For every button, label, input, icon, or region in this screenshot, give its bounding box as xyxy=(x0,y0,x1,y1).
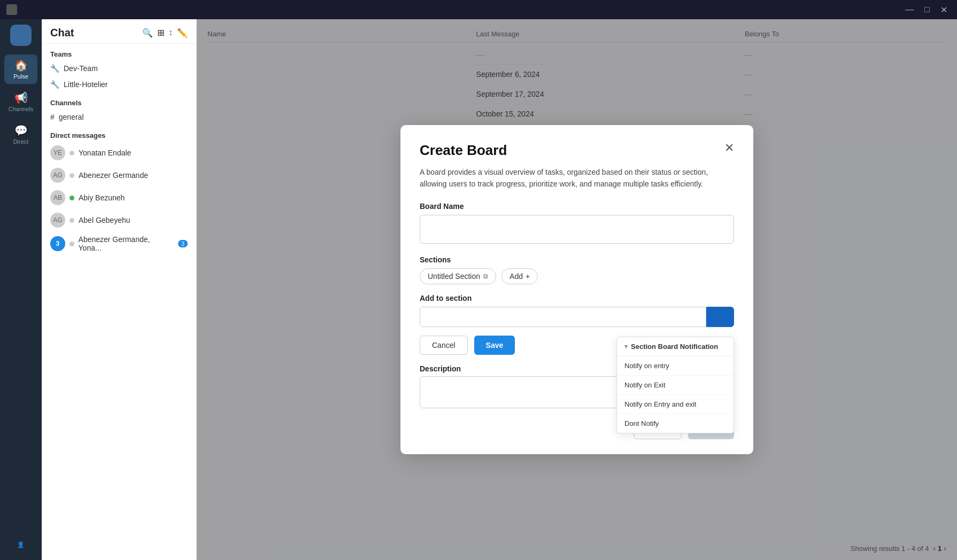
sidebar-user-avatar[interactable]: 👤 xyxy=(4,537,37,553)
title-bar-controls: — □ ✕ xyxy=(902,4,951,16)
status-dot-yonatan xyxy=(70,151,74,155)
notification-dropdown: ▾ Section Board Notification Notify on e… xyxy=(616,337,734,433)
dropdown-item-notify-entry[interactable]: Notify on entry xyxy=(617,356,734,376)
search-icon[interactable]: 🔍 xyxy=(142,28,153,38)
dm-name-abenezer: Abenezer Germande xyxy=(79,171,148,180)
avatar-yonatan: YE xyxy=(50,145,65,160)
dm-badge-group: 3 xyxy=(178,240,188,247)
maximize-button[interactable]: □ xyxy=(921,4,933,16)
sections-label: Sections xyxy=(420,255,734,264)
teams-heading: Teams xyxy=(42,44,196,60)
modal-title: Create Board xyxy=(420,142,507,159)
avatar-abiy: AB xyxy=(50,190,65,205)
app-logo xyxy=(6,4,17,15)
cancel-inline-button[interactable]: Cancel xyxy=(420,336,468,355)
dropdown-arrow-icon: ▾ xyxy=(624,343,628,350)
channel-header-icons: 🔍 ⊞ ↕ ✏️ xyxy=(142,28,188,38)
pulse-icon: 🏠 xyxy=(14,59,28,72)
title-bar: — □ ✕ xyxy=(0,0,957,19)
sidebar-bottom: 👤 xyxy=(4,537,37,560)
title-bar-left xyxy=(6,4,17,15)
dropdown-item-notify-both[interactable]: Notify on Entry and exit xyxy=(617,395,734,414)
sidebar: 🏠 Pulse 📢 Channels 💬 Direct 👤 xyxy=(0,19,42,560)
channel-panel-title: Chat xyxy=(50,27,74,39)
dm-item-yonatan[interactable]: YE Yonatan Endale xyxy=(42,142,196,164)
sections-row: Untitled Section ⧉ Add + xyxy=(420,268,734,284)
team-icon: 🔧 xyxy=(50,64,59,73)
color-picker-swatch[interactable] xyxy=(706,307,734,327)
status-dot-abel xyxy=(70,218,74,223)
modal-header: Create Board ✕ xyxy=(420,142,734,159)
status-dot-abiy xyxy=(70,196,74,200)
dm-item-abenezer[interactable]: AG Abenezer Germande xyxy=(42,164,196,186)
dropdown-header[interactable]: ▾ Section Board Notification xyxy=(617,337,734,356)
avatar-group: 3 xyxy=(50,236,65,251)
section-tag-copy-icon[interactable]: ⧉ xyxy=(483,273,488,280)
channel-item-dev-team[interactable]: 🔧 Dev-Team xyxy=(42,60,196,76)
channel-panel: Chat 🔍 ⊞ ↕ ✏️ Teams 🔧 Dev-Team 🔧 Little-… xyxy=(42,19,197,560)
channels-heading: Channels xyxy=(42,92,196,109)
add-to-section-input[interactable] xyxy=(420,307,706,327)
save-button[interactable]: Save xyxy=(474,336,515,355)
channel-item-general[interactable]: # general xyxy=(42,109,196,125)
status-dot-abenezer xyxy=(70,173,74,178)
add-to-section-input-row xyxy=(420,307,734,327)
avatar-abel: AG xyxy=(50,213,65,228)
dropdown-item-dont-notify[interactable]: Dont Notify xyxy=(617,414,734,433)
minimize-button[interactable]: — xyxy=(902,4,917,16)
section-tag-label: Untitled Section xyxy=(428,272,480,281)
sidebar-item-label-direct: Direct xyxy=(13,138,29,145)
channel-name-general: general xyxy=(59,113,84,121)
dm-heading: Direct messages xyxy=(42,125,196,142)
avatar-abenezer: AG xyxy=(50,168,65,183)
dm-name-group: Abenezer Germande, Yona... xyxy=(79,235,174,252)
add-section-button[interactable]: Add + xyxy=(501,268,538,284)
channel-header: Chat 🔍 ⊞ ↕ ✏️ xyxy=(42,19,196,44)
direct-icon: 💬 xyxy=(14,124,28,137)
sidebar-item-label-pulse: Pulse xyxy=(13,73,28,80)
sidebar-item-channels[interactable]: 📢 Channels xyxy=(4,87,37,116)
main-content: Name Last Message Belongs To — — Septemb… xyxy=(197,19,957,560)
user-icon: 👤 xyxy=(17,541,25,548)
app-layout: 🏠 Pulse 📢 Channels 💬 Direct 👤 Chat 🔍 ⊞ ↕… xyxy=(0,19,957,560)
dm-name-yonatan: Yonatan Endale xyxy=(79,149,131,157)
add-to-section-area: ▾ Section Board Notification Notify on e… xyxy=(420,307,734,327)
create-board-modal: Create Board ✕ A board provides a visual… xyxy=(400,125,753,454)
hash-icon: # xyxy=(50,113,55,121)
add-section-label: Add xyxy=(510,272,523,281)
dm-item-abiy[interactable]: AB Abiy Bezuneh xyxy=(42,186,196,209)
sidebar-item-label-channels: Channels xyxy=(9,106,33,112)
channel-item-little-hotelier[interactable]: 🔧 Little-Hotelier xyxy=(42,76,196,92)
team-icon-2: 🔧 xyxy=(50,80,59,89)
dropdown-header-label: Section Board Notification xyxy=(631,343,718,351)
sidebar-item-pulse[interactable]: 🏠 Pulse xyxy=(4,55,37,84)
team-name-2: Little-Hotelier xyxy=(64,80,107,89)
add-to-section-label: Add to section xyxy=(420,294,734,302)
grid-icon[interactable]: ⊞ xyxy=(157,28,164,38)
board-name-label: Board Name xyxy=(420,202,734,211)
channels-icon: 📢 xyxy=(14,91,28,104)
sort-icon[interactable]: ↕ xyxy=(168,28,173,38)
modal-close-button[interactable]: ✕ xyxy=(724,142,734,154)
sidebar-app-logo xyxy=(10,25,32,46)
board-name-input[interactable] xyxy=(420,215,734,244)
sidebar-item-direct[interactable]: 💬 Direct xyxy=(4,120,37,149)
dm-name-abiy: Abiy Bezuneh xyxy=(79,193,125,202)
dm-item-group[interactable]: 3 Abenezer Germande, Yona... 3 xyxy=(42,231,196,256)
modal-description: A board provides a visual overview of ta… xyxy=(420,166,734,190)
dm-name-abel: Abel Gebeyehu xyxy=(79,216,130,224)
status-dot-group xyxy=(70,242,74,246)
dropdown-item-notify-exit[interactable]: Notify on Exit xyxy=(617,376,734,395)
add-section-plus-icon: + xyxy=(526,272,530,281)
compose-icon[interactable]: ✏️ xyxy=(177,28,188,38)
close-button[interactable]: ✕ xyxy=(937,4,951,16)
section-tag-untitled: Untitled Section ⧉ xyxy=(420,268,496,284)
team-name: Dev-Team xyxy=(64,64,98,73)
dm-item-abel[interactable]: AG Abel Gebeyehu xyxy=(42,209,196,231)
